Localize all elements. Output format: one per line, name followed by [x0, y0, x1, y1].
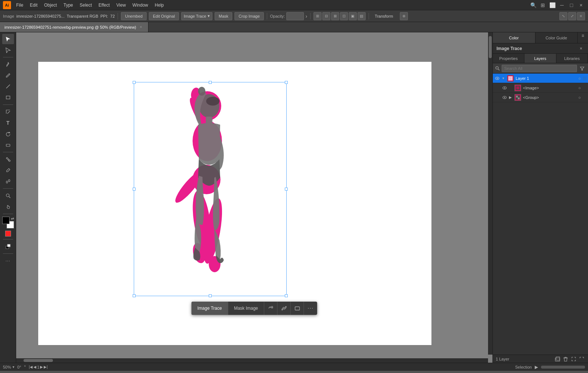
more-options-icon[interactable]: ··· [304, 302, 317, 315]
panel-close-icon[interactable]: × [578, 45, 584, 52]
align-right-icon[interactable]: ⊠ [331, 12, 339, 20]
edit-original-button[interactable]: Edit Original [149, 12, 179, 20]
scale-tool[interactable] [2, 107, 14, 117]
blend-tool[interactable] [2, 176, 14, 186]
new-layer-icon[interactable] [554, 356, 561, 362]
foreground-color-box[interactable] [2, 217, 10, 224]
mask-image-float-button[interactable]: Mask Image [228, 302, 264, 315]
menu-object[interactable]: Object [41, 0, 60, 10]
opacity-input[interactable]: 100% [286, 12, 304, 20]
libraries-sub-tab[interactable]: Libraries [556, 54, 588, 63]
rectangle-tool[interactable] [2, 92, 14, 103]
unembed-button[interactable]: Unembed [121, 12, 147, 20]
stroke-color[interactable] [5, 231, 11, 237]
pen-tool[interactable] [2, 59, 14, 70]
menu-type[interactable]: Type [61, 0, 76, 10]
selection-tool[interactable] [2, 34, 14, 44]
search-icon[interactable]: 🔍 [529, 1, 537, 9]
layers-sub-tab[interactable]: Layers [524, 54, 556, 63]
color-guide-tab[interactable]: Color Guide [535, 32, 578, 43]
swap-fill-stroke[interactable] [2, 241, 14, 252]
pencil-tool[interactable] [2, 70, 14, 81]
menu-effect[interactable]: Effect [96, 0, 112, 10]
last-page-icon[interactable]: ▶| [44, 365, 48, 369]
menu-file[interactable]: File [13, 0, 26, 10]
align-center-v-icon[interactable]: ▣ [349, 12, 357, 20]
paint-bucket-tool[interactable] [2, 154, 14, 164]
menu-edit[interactable]: Edit [27, 0, 40, 10]
align-bottom-icon[interactable]: ▤ [358, 12, 366, 20]
group-layer-row[interactable]: ▶ <Group> ○ [493, 93, 588, 102]
arrange-windows-icon[interactable]: ⊞ [539, 1, 547, 9]
eraser-tool[interactable] [2, 140, 14, 150]
layer-1-lock-icon[interactable]: ○ [577, 76, 582, 81]
horizontal-scrollbar[interactable] [16, 358, 488, 363]
align-center-h-icon[interactable]: ⊟ [322, 12, 330, 20]
group-layer-lock-icon[interactable]: ○ [577, 95, 582, 100]
vertical-scroll-thumb[interactable] [489, 36, 492, 58]
vertical-scrollbar[interactable] [488, 32, 492, 355]
group-layer-visibility-icon[interactable] [502, 95, 508, 100]
status-scrollbar[interactable] [541, 366, 585, 369]
horizontal-scroll-thumb[interactable] [24, 359, 53, 362]
zoom-tool[interactable] [2, 191, 14, 201]
image-trace-float-button[interactable]: Image Trace [191, 302, 228, 315]
rotate-tool[interactable] [2, 129, 14, 139]
fit-page-icon[interactable]: ⤢ [568, 12, 576, 20]
layer-1-visibility-icon[interactable] [494, 75, 500, 81]
panel-menu-icon[interactable]: ≡ [578, 32, 588, 39]
document-tab[interactable]: imresizer-1728659402751-removebg-preview… [0, 22, 148, 32]
minimize-icon[interactable]: ─ [558, 1, 566, 9]
swap-colors-icon[interactable]: ⇄ [11, 217, 14, 221]
menu-window[interactable]: Window [129, 0, 151, 10]
first-page-icon[interactable]: |◀ [29, 365, 33, 369]
align-options-icon[interactable]: ⊕ [400, 12, 408, 20]
next-page-icon[interactable]: ▶ [40, 365, 43, 369]
prev-page-icon[interactable]: ◀ [33, 365, 36, 369]
expand-float-icon[interactable] [291, 302, 304, 315]
link-icon[interactable] [277, 302, 291, 315]
line-tool[interactable] [2, 81, 14, 92]
maximize-icon[interactable]: □ [567, 1, 576, 9]
menu-view[interactable]: View [114, 0, 129, 10]
layers-filter-icon[interactable] [578, 65, 586, 72]
fit-all-layers-icon[interactable] [570, 356, 577, 362]
zoom-control[interactable]: 50% ▾ [3, 365, 14, 369]
color-selector[interactable]: ⇄ [2, 217, 14, 228]
image-object[interactable] [159, 84, 255, 286]
delete-layer-icon[interactable] [562, 356, 569, 362]
color-tab[interactable]: Color [493, 32, 535, 43]
menu-select[interactable]: Select [77, 0, 95, 10]
menu-help[interactable]: Help [152, 0, 167, 10]
close-icon[interactable]: × [577, 1, 585, 9]
zoom-dropdown-icon[interactable]: ▾ [12, 365, 14, 369]
image-trace-dropdown[interactable]: Image Trace ▾ [181, 12, 212, 20]
image-layer-visibility-icon[interactable] [502, 85, 508, 91]
mask-button[interactable]: Mask [215, 12, 232, 20]
play-icon[interactable]: ▶ [535, 365, 538, 370]
expand-view-icon[interactable]: ≡ [577, 12, 585, 20]
align-left-icon[interactable]: ⊞ [313, 12, 322, 20]
image-layer-lock-icon[interactable]: ○ [577, 85, 582, 90]
layers-panel-menu-icon[interactable] [578, 356, 585, 362]
align-top-icon[interactable]: ⊡ [340, 12, 348, 20]
layer-1-row[interactable]: ▾ L Layer 1 ○ [493, 74, 588, 83]
layers-search-input[interactable] [502, 65, 577, 72]
isolate-icon[interactable] [264, 302, 277, 315]
text-tool[interactable]: T [2, 118, 14, 128]
image-layer-row[interactable]: ▶ <Image> ○ [493, 83, 588, 93]
eyedropper-tool[interactable] [2, 165, 14, 175]
opacity-expand-icon[interactable]: › [305, 13, 307, 19]
tab-close-button[interactable]: × [139, 25, 144, 30]
hand-tool[interactable] [2, 202, 14, 212]
fit-all-icon[interactable]: ⤡ [559, 12, 567, 20]
arrange-panel-icon[interactable]: ⬜ [548, 1, 556, 9]
group-layer-expand-icon[interactable]: ▶ [508, 95, 513, 100]
properties-sub-tab[interactable]: Properties [493, 54, 524, 63]
crop-image-button[interactable]: Crop Image [234, 12, 263, 20]
layer-1-expand-icon[interactable]: ▾ [501, 75, 505, 81]
transform-button[interactable]: Transform [372, 13, 396, 19]
more-tools-button[interactable]: ··· [2, 256, 14, 266]
canvas-area[interactable]: Image Trace Mask Image ··· [16, 32, 492, 363]
direct-selection-tool[interactable] [2, 45, 14, 55]
